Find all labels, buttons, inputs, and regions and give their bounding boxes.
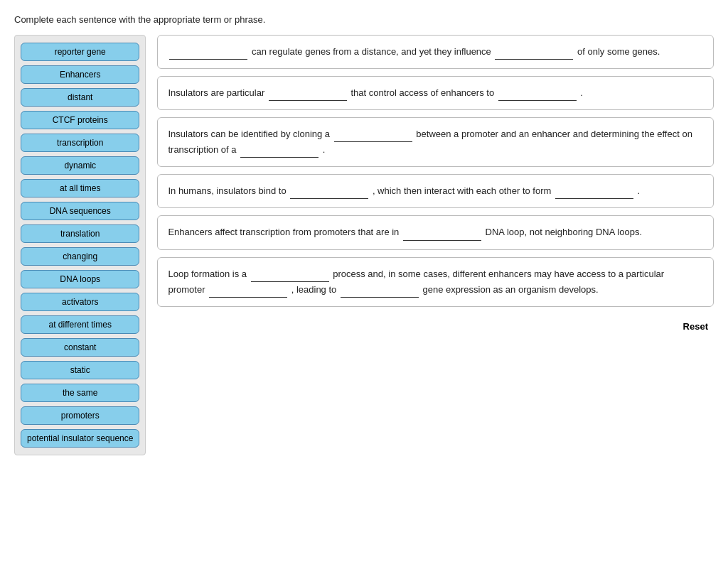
term-button[interactable]: CTCF proteins bbox=[21, 111, 139, 129]
term-button[interactable]: distant bbox=[21, 88, 139, 107]
sentence-text: Enhancers affect transcription from prom… bbox=[168, 227, 402, 237]
sentence-box-3: Insulators can be identified by cloning … bbox=[157, 117, 714, 167]
term-button[interactable]: at all times bbox=[21, 179, 139, 197]
answer-blank[interactable] bbox=[169, 50, 247, 60]
sentence-text: , which then interact with each other to… bbox=[370, 185, 554, 196]
term-button[interactable]: reporter gene bbox=[21, 43, 139, 61]
term-button[interactable]: potential insulator sequence bbox=[21, 429, 139, 448]
term-button[interactable]: promoters bbox=[21, 406, 139, 425]
sentence-box-6: Loop formation is a process and, in some… bbox=[157, 257, 714, 307]
answer-blank[interactable] bbox=[498, 91, 577, 101]
sentence-text: In humans, insulators bind to bbox=[168, 185, 289, 196]
sentence-text: . bbox=[635, 185, 640, 196]
answer-blank[interactable] bbox=[240, 148, 318, 158]
sentence-text: , leading to bbox=[289, 284, 339, 295]
sentence-text: of only some genes. bbox=[574, 46, 660, 57]
sentences-column: can regulate genes from a distance, and … bbox=[157, 35, 714, 335]
main-layout: reporter geneEnhancersdistantCTCF protei… bbox=[14, 35, 714, 455]
sentence-box-2: Insulators are particular that control a… bbox=[157, 76, 714, 110]
sentence-text: Insulators can be identified by cloning … bbox=[168, 129, 332, 139]
answer-blank[interactable] bbox=[555, 189, 633, 199]
term-button[interactable]: activators bbox=[21, 293, 139, 311]
answer-blank[interactable] bbox=[495, 50, 573, 60]
sentence-text: DNA loop, not neighboring DNA loops. bbox=[483, 227, 642, 237]
term-button[interactable]: DNA sequences bbox=[21, 202, 139, 220]
sentence-text: can regulate genes from a distance, and … bbox=[249, 46, 493, 57]
sentence-box-5: Enhancers affect transcription from prom… bbox=[157, 215, 714, 249]
answer-blank[interactable] bbox=[341, 288, 419, 298]
reset-button[interactable]: Reset bbox=[678, 318, 714, 335]
sentence-text: Loop formation is a bbox=[168, 269, 249, 279]
term-button[interactable]: dynamic bbox=[21, 156, 139, 175]
sentence-text: . bbox=[320, 144, 325, 155]
term-button[interactable]: transcription bbox=[21, 134, 139, 152]
sentence-box-4: In humans, insulators bind to , which th… bbox=[157, 174, 714, 208]
term-button[interactable]: DNA loops bbox=[21, 270, 139, 288]
sentence-text: Insulators are particular bbox=[168, 87, 267, 98]
sentence-text: . bbox=[578, 87, 583, 98]
answer-blank[interactable] bbox=[403, 231, 481, 241]
term-button[interactable]: Enhancers bbox=[21, 65, 139, 84]
instruction: Complete each sentence with the appropri… bbox=[14, 14, 714, 25]
term-button[interactable]: static bbox=[21, 361, 139, 379]
answer-blank[interactable] bbox=[334, 132, 412, 142]
answer-blank[interactable] bbox=[251, 272, 329, 282]
sentence-text: that control access of enhancers to bbox=[348, 87, 497, 98]
answer-blank[interactable] bbox=[290, 189, 368, 199]
answer-blank[interactable] bbox=[269, 91, 347, 101]
term-button[interactable]: the same bbox=[21, 384, 139, 402]
sentence-box-1: can regulate genes from a distance, and … bbox=[157, 35, 714, 69]
answer-blank[interactable] bbox=[209, 288, 287, 298]
sentence-text: gene expression as an organism develops. bbox=[420, 284, 599, 295]
term-button[interactable]: changing bbox=[21, 247, 139, 266]
term-button[interactable]: translation bbox=[21, 224, 139, 243]
term-button[interactable]: at different times bbox=[21, 315, 139, 334]
term-button[interactable]: constant bbox=[21, 338, 139, 357]
terms-column: reporter geneEnhancersdistantCTCF protei… bbox=[14, 35, 146, 455]
reset-row: Reset bbox=[157, 318, 714, 335]
